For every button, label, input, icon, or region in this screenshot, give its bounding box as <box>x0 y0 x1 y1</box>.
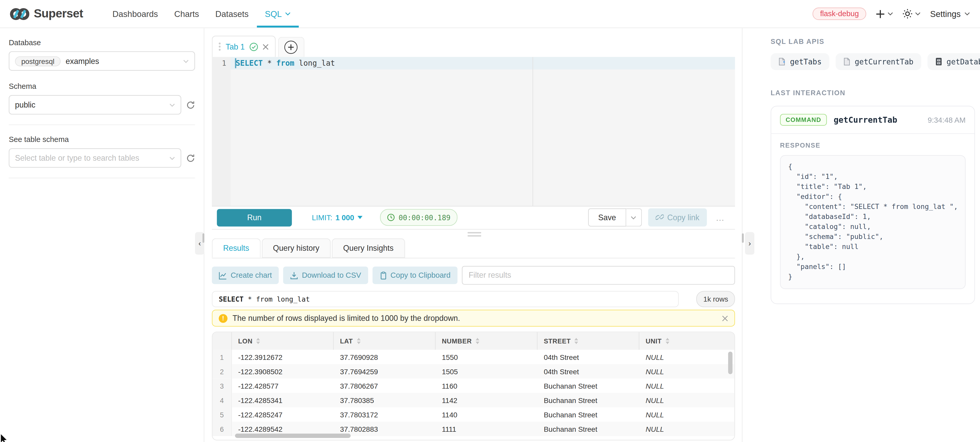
tab-query-insights[interactable]: Query Insights <box>332 238 405 258</box>
close-warning-icon[interactable] <box>722 315 728 321</box>
column-header-lat[interactable]: LAT <box>333 332 435 349</box>
brand-name: Superset <box>34 7 83 21</box>
database-select[interactable]: postgresql examples <box>9 51 195 71</box>
line-number: 1 <box>212 57 231 69</box>
last-interaction-card: COMMAND getCurrentTab 9:34:48 AM RESPONS… <box>770 106 975 304</box>
save-button[interactable]: Save <box>588 208 626 227</box>
column-header-lon[interactable]: LON <box>231 332 333 349</box>
navbar-right: flask-debug Settings <box>813 0 970 27</box>
command-timestamp: 9:34:48 AM <box>928 115 966 124</box>
editor-tab-title: Tab 1 <box>226 42 245 51</box>
sidebar-divider <box>9 124 195 125</box>
sql-code-editor[interactable]: 1 SELECT * from long_lat <box>212 57 735 207</box>
nav-datasets[interactable]: Datasets <box>207 0 257 27</box>
get-current-tab-button[interactable]: getCurrentTab <box>835 53 921 70</box>
see-table-schema-label: See table schema <box>9 135 195 144</box>
query-timer: 00:00:00.189 <box>380 209 457 226</box>
copy-clipboard-button[interactable]: Copy to Clipboard <box>372 266 457 284</box>
card-divider <box>771 133 974 134</box>
download-icon <box>290 271 298 279</box>
executed-query-text: SELECT * from long_lat <box>212 291 679 307</box>
save-dropdown-button[interactable] <box>626 208 641 227</box>
environment-badge: flask-debug <box>813 8 866 20</box>
create-chart-button[interactable]: Create chart <box>212 266 279 284</box>
panel-scroll-thumb[interactable] <box>742 233 744 243</box>
new-item-button[interactable] <box>876 9 893 19</box>
download-csv-button[interactable]: Download to CSV <box>283 266 368 284</box>
api-buttons-row: getTabs getCurrentTab getDatabases <box>770 53 975 70</box>
drag-handle-icon[interactable] <box>219 43 221 51</box>
chart-icon <box>219 271 227 279</box>
table-row[interactable]: 1 -122.3912672 37.7690928 1550 04th Stre… <box>213 350 734 364</box>
table-row[interactable]: 3 -122.428577 37.7806267 1160 Buchanan S… <box>213 378 734 393</box>
editor-right-actions: Save Copy link … <box>588 208 727 227</box>
column-header-unit[interactable]: UNIT <box>639 332 735 349</box>
expand-panel-button[interactable]: › <box>745 232 755 255</box>
chevron-down-icon <box>888 12 893 16</box>
table-row[interactable]: 5 -122.4285247 37.7803172 1140 Buchanan … <box>213 407 734 422</box>
table-row[interactable]: 2 -122.3908502 37.7694259 1505 04th Stre… <box>213 364 734 378</box>
schema-select[interactable]: public <box>9 95 181 115</box>
chevron-down-icon <box>631 215 636 219</box>
more-actions-button[interactable]: … <box>713 212 727 223</box>
main-nav: Dashboards Charts Datasets SQL <box>104 0 299 27</box>
results-toolbar: Create chart Download to CSV Copy to Cli… <box>212 266 735 285</box>
editor-tab-strip: Tab 1 <box>212 36 304 57</box>
response-json: { "id": "1", "title": "Tab 1", "editor":… <box>780 155 966 289</box>
new-tab-button[interactable] <box>278 37 304 57</box>
sql-lab-page: Superset Dashboards Charts Datasets SQL … <box>0 0 980 442</box>
interaction-header: COMMAND getCurrentTab 9:34:48 AM <box>780 114 966 126</box>
check-circle-icon <box>249 42 258 51</box>
refresh-schema-icon[interactable] <box>186 101 195 109</box>
last-interaction-title: LAST INTERACTION <box>770 89 975 96</box>
theme-toggle[interactable] <box>902 9 921 19</box>
plus-circle-icon <box>284 41 298 54</box>
table-select[interactable]: Select table or type to search tables <box>9 148 181 168</box>
copy-link-button[interactable]: Copy link <box>648 208 707 227</box>
document-icon <box>843 57 850 66</box>
table-horizontal-scrollbar[interactable] <box>235 434 351 438</box>
row-count-badge: 1k rows <box>697 291 735 307</box>
filter-results-input[interactable] <box>462 266 735 285</box>
refresh-tables-icon[interactable] <box>186 153 195 162</box>
superset-brand[interactable]: Superset <box>10 0 83 27</box>
tab-results[interactable]: Results <box>212 238 260 258</box>
tab-query-history[interactable]: Query history <box>262 238 331 258</box>
database-label: Database <box>9 38 195 47</box>
column-header-number[interactable]: NUMBER <box>435 332 537 349</box>
link-icon <box>655 213 663 222</box>
schema-label: Schema <box>9 82 195 91</box>
sort-icons <box>665 338 669 344</box>
save-split-button: Save <box>588 208 641 227</box>
row-number-header <box>213 332 231 349</box>
caret-down-icon <box>358 216 363 219</box>
nav-charts[interactable]: Charts <box>166 0 207 27</box>
table-vertical-scrollbar[interactable] <box>728 352 733 374</box>
table-row[interactable]: 4 -122.4285341 37.780385 1142 Buchanan S… <box>213 393 734 407</box>
chevron-down-icon <box>964 12 970 16</box>
editor-action-bar: Run LIMIT: 1 000 00:00:00.189 Save <box>212 206 735 230</box>
pane-resize-handle[interactable] <box>468 232 481 236</box>
editor-tab-1[interactable]: Tab 1 <box>212 36 275 57</box>
limit-dropdown[interactable]: LIMIT: 1 000 <box>312 213 362 222</box>
print-margin-ruler <box>533 57 533 206</box>
command-badge: COMMAND <box>780 114 827 126</box>
nav-dashboards[interactable]: Dashboards <box>104 0 166 27</box>
settings-menu[interactable]: Settings <box>930 9 970 19</box>
warning-text: The number of rows displayed is limited … <box>232 314 460 322</box>
editor-gutter: 1 <box>212 57 231 206</box>
run-query-button[interactable]: Run <box>217 209 292 226</box>
close-tab-icon[interactable] <box>262 43 269 49</box>
get-databases-button[interactable]: getDatabases <box>927 53 980 70</box>
warning-icon: ! <box>219 314 228 322</box>
chevron-down-icon <box>915 12 921 16</box>
sidebar-scroll-thumb[interactable] <box>202 233 204 243</box>
nav-sql[interactable]: SQL <box>257 0 299 27</box>
get-tabs-button[interactable]: getTabs <box>770 53 829 70</box>
column-header-street[interactable]: STREET <box>537 332 639 349</box>
sql-lab-apis-panel: SQL LAB APIS getTabs getCurrentTab <box>754 28 980 442</box>
response-label: RESPONSE <box>780 141 966 149</box>
top-navbar: Superset Dashboards Charts Datasets SQL … <box>0 0 980 28</box>
sort-icons <box>476 338 479 344</box>
results-tab-strip: Results Query history Query Insights <box>212 238 735 258</box>
